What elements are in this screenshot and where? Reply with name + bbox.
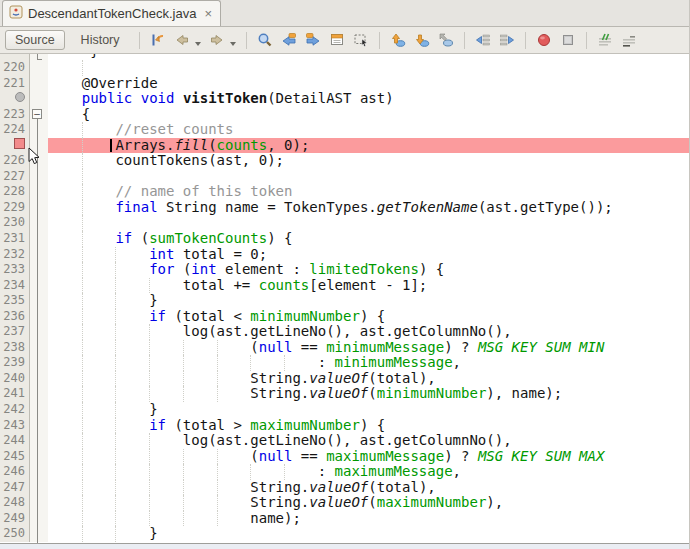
code-text[interactable]: log(ast.getLineNo(), ast.getColumnNo(), — [48, 433, 689, 449]
code-text[interactable]: if (sumTokenCounts) { — [48, 231, 689, 247]
code-line[interactable]: 250 } — [0, 526, 689, 542]
line-number[interactable]: 227 — [0, 169, 30, 185]
line-number[interactable]: 220 — [0, 60, 30, 76]
code-line[interactable]: 249 name); — [0, 511, 689, 527]
code-line[interactable]: 242 } — [0, 402, 689, 418]
code-text[interactable]: : maximumMessage, — [48, 464, 689, 480]
code-line[interactable]: 227 — [0, 169, 689, 185]
code-line[interactable]: 224 //reset counts — [0, 122, 689, 138]
code-line[interactable]: 244 log(ast.getLineNo(), ast.getColumnNo… — [0, 433, 689, 449]
code-line[interactable]: 223 { — [0, 107, 689, 123]
code-line[interactable]: 243 if (total > maximumNumber) { — [0, 418, 689, 434]
code-text[interactable]: countTokens(ast, 0); — [48, 153, 689, 169]
code-line[interactable]: 247 String.valueOf(total), — [0, 480, 689, 496]
line-number[interactable]: 239 — [0, 355, 30, 371]
line-number[interactable]: 247 — [0, 480, 30, 496]
line-number[interactable]: 238 — [0, 340, 30, 356]
line-number[interactable]: 245 — [0, 449, 30, 465]
code-line[interactable]: 237 log(ast.getLineNo(), ast.getColumnNo… — [0, 324, 689, 340]
code-line[interactable]: 245 (null == maximumMessage) ? MSG_KEY_S… — [0, 449, 689, 465]
code-text[interactable]: total += counts[element - 1]; — [48, 278, 689, 294]
next-bookmark-icon[interactable] — [412, 30, 432, 50]
code-text[interactable]: @Override — [48, 76, 689, 92]
code-text[interactable] — [48, 60, 689, 76]
source-view-button[interactable]: Source — [5, 30, 65, 50]
toggle-highlight-search-icon[interactable] — [327, 30, 347, 50]
code-line[interactable]: 220 — [0, 60, 689, 76]
shift-line-right-icon[interactable] — [497, 30, 517, 50]
line-number[interactable]: 244 — [0, 433, 30, 449]
code-text[interactable]: if (total < minimumNumber) { — [48, 309, 689, 325]
code-line[interactable]: 231 if (sumTokenCounts) { — [0, 231, 689, 247]
find-previous-icon[interactable] — [279, 30, 299, 50]
find-next-icon[interactable] — [303, 30, 323, 50]
code-line[interactable]: 229 final String name = TokenTypes.getTo… — [0, 200, 689, 216]
line-number[interactable]: 246 — [0, 464, 30, 480]
code-line[interactable]: 233 for (int element : limitedTokens) { — [0, 262, 689, 278]
code-line[interactable]: 241 String.valueOf(minimumNumber), name)… — [0, 386, 689, 402]
start-macro-recording-icon[interactable] — [534, 30, 554, 50]
code-text[interactable]: { — [48, 107, 689, 123]
rectangular-selection-icon[interactable] — [351, 30, 371, 50]
code-text[interactable]: } — [48, 402, 689, 418]
line-number[interactable]: 226 — [0, 153, 30, 169]
code-text[interactable]: (null == maximumMessage) ? MSG_KEY_SUM_M… — [48, 449, 689, 465]
code-line[interactable]: 221 @Override — [0, 76, 689, 92]
code-text[interactable]: String.valueOf(maximumNumber), — [48, 495, 689, 511]
code-text[interactable]: name); — [48, 511, 689, 527]
code-text[interactable]: Arrays.fill(counts, 0); — [48, 138, 689, 154]
stop-macro-recording-icon[interactable] — [558, 30, 578, 50]
code-line[interactable]: 239 : minimumMessage, — [0, 355, 689, 371]
code-text[interactable]: String.valueOf(minimumNumber), name); — [48, 386, 689, 402]
tab-descendanttokencheck[interactable]: DescendantTokenCheck.java × — [2, 0, 221, 26]
code-line[interactable]: 234 total += counts[element - 1]; — [0, 278, 689, 294]
code-line[interactable]: 230 — [0, 215, 689, 231]
code-text[interactable]: String.valueOf(total), — [48, 480, 689, 496]
line-number[interactable]: 235 — [0, 293, 30, 309]
code-line[interactable]: Arrays.fill(counts, 0); — [0, 138, 689, 154]
find-icon[interactable] — [255, 30, 275, 50]
uncomment-icon[interactable] — [619, 30, 639, 50]
code-text[interactable]: public void visitToken(DetailAST ast) — [48, 91, 689, 107]
line-number[interactable]: 242 — [0, 402, 30, 418]
code-text[interactable]: String.valueOf(total), — [48, 371, 689, 387]
back-dropdown-icon[interactable] — [195, 42, 201, 46]
code-line[interactable]: 246 : maximumMessage, — [0, 464, 689, 480]
line-number[interactable]: 250 — [0, 526, 30, 542]
back-icon[interactable] — [172, 30, 192, 50]
history-view-button[interactable]: History — [73, 31, 128, 49]
tab-close-icon[interactable]: × — [204, 6, 212, 21]
code-line[interactable]: 226 countTokens(ast, 0); — [0, 153, 689, 169]
forward-dropdown-icon[interactable] — [230, 42, 236, 46]
line-number[interactable]: 233 — [0, 262, 30, 278]
code-text[interactable]: //reset counts — [48, 122, 689, 138]
code-text[interactable] — [48, 215, 689, 231]
fold-collapse-icon[interactable]: − — [32, 109, 42, 119]
line-number[interactable]: 229 — [0, 200, 30, 216]
jump-last-edit-icon[interactable] — [148, 30, 168, 50]
previous-bookmark-icon[interactable] — [388, 30, 408, 50]
line-number[interactable]: 232 — [0, 247, 30, 263]
line-number[interactable]: 248 — [0, 495, 30, 511]
line-number[interactable]: 224 — [0, 122, 30, 138]
line-number[interactable]: 243 — [0, 418, 30, 434]
line-number[interactable]: 240 — [0, 371, 30, 387]
line-number[interactable]: 221 — [0, 76, 30, 92]
code-text[interactable]: final String name = TokenTypes.getTokenN… — [48, 200, 689, 216]
code-text[interactable]: int total = 0; — [48, 247, 689, 263]
line-number[interactable]: 230 — [0, 215, 30, 231]
code-line[interactable]: 238 (null == minimumMessage) ? MSG_KEY_S… — [0, 340, 689, 356]
shift-line-left-icon[interactable] — [473, 30, 493, 50]
line-number[interactable]: 237 — [0, 324, 30, 340]
forward-icon[interactable] — [207, 30, 227, 50]
code-line[interactable]: public void visitToken(DetailAST ast) — [0, 91, 689, 107]
code-line[interactable]: 236 if (total < minimumNumber) { — [0, 309, 689, 325]
code-editor[interactable]: }220221 @Override public void visitToken… — [0, 54, 689, 543]
code-text[interactable]: if (total > maximumNumber) { — [48, 418, 689, 434]
code-text[interactable]: (null == minimumMessage) ? MSG_KEY_SUM_M… — [48, 340, 689, 356]
line-number[interactable]: 223 — [0, 107, 30, 123]
code-line[interactable]: 228 // name of this token — [0, 184, 689, 200]
line-number[interactable]: 228 — [0, 184, 30, 200]
line-number[interactable]: 231 — [0, 231, 30, 247]
code-line[interactable]: 240 String.valueOf(total), — [0, 371, 689, 387]
